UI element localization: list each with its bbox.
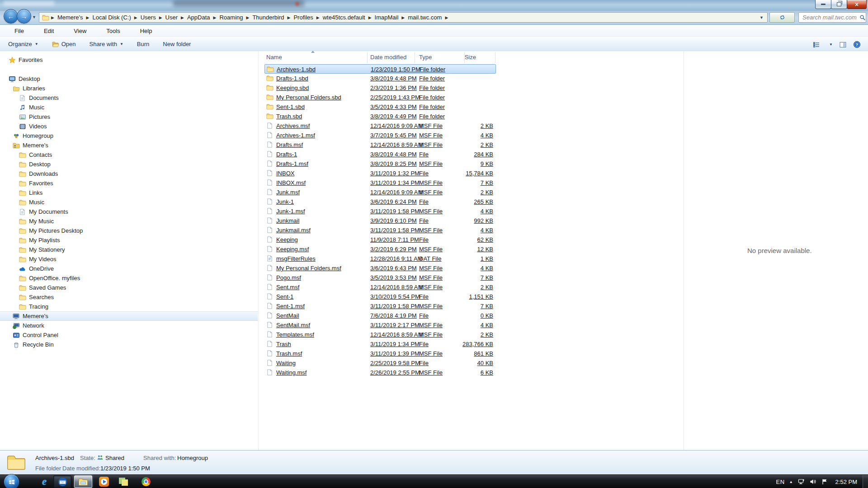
column-separator[interactable] xyxy=(415,52,415,63)
file-name[interactable]: Waiting.msf xyxy=(276,368,307,377)
sidebar-item-my-documents[interactable]: My Documents xyxy=(0,207,258,216)
file-row-waiting-msf[interactable]: Waiting.msf2/26/2019 2:55 PMMSF File6 KB xyxy=(264,368,496,377)
show-desktop-button[interactable] xyxy=(863,475,868,488)
file-row-junk-msf[interactable]: Junk.msf12/14/2016 9:09 AMMSF File2 KB xyxy=(264,188,496,197)
file-row-sent-msf[interactable]: Sent.msf12/14/2016 8:59 AMMSF File2 KB xyxy=(264,282,496,292)
sidebar-item-openoffice-myfiles[interactable]: OpenOffice. myfiles xyxy=(0,273,258,283)
sidebar-item-music[interactable]: Music xyxy=(0,103,258,112)
taskbar-sticky-notes-button[interactable] xyxy=(115,475,133,488)
file-row-sentmail-msf[interactable]: SentMail.msf3/11/2019 2:17 PMMSF File4 K… xyxy=(264,320,496,330)
column-separator[interactable] xyxy=(495,52,495,63)
column-header-size[interactable]: Size xyxy=(465,54,476,61)
file-row-sent-1[interactable]: Sent-13/10/2019 5:54 PMFile1,151 KB xyxy=(264,292,496,301)
file-row-inbox-msf[interactable]: INBOX.msf3/11/2019 1:34 PMMSF File7 KB xyxy=(264,178,496,188)
breadcrumb-item-local-disk-c[interactable]: Local Disk (C:) xyxy=(91,14,132,21)
action-center-flag-icon[interactable] xyxy=(821,478,828,485)
taskbar-media-player-button[interactable] xyxy=(95,475,113,488)
breadcrumb-item-profiles[interactable]: Profiles xyxy=(292,14,314,21)
sidebar-item-desktop[interactable]: Desktop xyxy=(0,160,258,169)
file-row-trash-msf[interactable]: Trash.msf3/11/2019 1:39 PMMSF File861 KB xyxy=(264,349,496,358)
file-row-pogo-msf[interactable]: Pogo.msf3/5/2019 3:53 PMMSF File7 KB xyxy=(264,273,496,282)
clock[interactable]: 2:52 PM xyxy=(835,479,857,485)
sidebar-item-libraries[interactable]: Libraries xyxy=(0,84,258,93)
address-dropdown-icon[interactable]: ▼ xyxy=(760,15,764,20)
file-name[interactable]: Sent.msf xyxy=(276,282,299,292)
file-name[interactable]: Keeping.sbd xyxy=(276,83,309,93)
file-name[interactable]: Templates.msf xyxy=(276,330,314,339)
file-name[interactable]: Junk.msf xyxy=(276,188,300,197)
breadcrumb-item-mail-twc-com[interactable]: mail.twc.com xyxy=(406,14,443,21)
sidebar-item-links[interactable]: Links xyxy=(0,188,258,197)
file-row-my-personal-folders-sbd[interactable]: My Personal Folders.sbd2/25/2019 1:43 PM… xyxy=(264,93,496,102)
taskbar-thunderbird-button[interactable] xyxy=(53,475,71,488)
file-row-drafts-1-msf[interactable]: Drafts-1.msf3/8/2019 8:25 PMMSF File9 KB xyxy=(264,159,496,169)
hidden-icons-button[interactable]: ▲ xyxy=(789,480,793,484)
menu-help[interactable]: Help xyxy=(130,28,162,34)
menu-view[interactable]: View xyxy=(64,28,96,34)
column-header-type[interactable]: Type xyxy=(419,54,432,61)
sidebar-item-favorites[interactable]: Favorites xyxy=(0,55,258,65)
file-row-keeping-msf[interactable]: Keeping.msf3/2/2019 6:29 PMMSF File12 KB xyxy=(264,244,496,254)
toolbar-open-button[interactable]: Open xyxy=(52,41,76,48)
file-name[interactable]: Junkmail.msf xyxy=(276,225,311,235)
toolbar-new-folder-button[interactable]: New folder xyxy=(163,41,191,47)
sidebar-item-saved-games[interactable]: Saved Games xyxy=(0,283,258,292)
breadcrumb-item-users[interactable]: Users xyxy=(139,14,157,21)
minimize-button[interactable] xyxy=(815,0,831,9)
sidebar-item-searches[interactable]: Searches xyxy=(0,292,258,302)
breadcrumb-item-memere-s[interactable]: Memere's xyxy=(56,14,85,21)
breadcrumb-separator-icon[interactable]: ▶ xyxy=(286,15,292,20)
file-name[interactable]: Keeping.msf xyxy=(276,244,309,254)
breadcrumb-separator-icon[interactable]: ▶ xyxy=(367,15,373,20)
sidebar-item-documents[interactable]: Documents xyxy=(0,93,258,103)
menu-file[interactable]: File xyxy=(5,28,34,34)
file-name[interactable]: Sent-1.msf xyxy=(276,301,305,311)
file-row-archives-1-sbd[interactable]: Archives-1.sbd1/23/2019 1:50 PMFile fold… xyxy=(264,64,496,74)
start-button[interactable] xyxy=(4,474,19,488)
change-view-dropdown-icon[interactable]: ▼ xyxy=(829,42,833,47)
close-button[interactable]: × xyxy=(847,0,867,9)
restore-button[interactable] xyxy=(831,0,847,9)
breadcrumb-separator-icon[interactable]: ▶ xyxy=(315,15,321,20)
file-row-keeping[interactable]: Keeping11/9/2018 7:11 PMFile62 KB xyxy=(264,235,496,244)
back-button[interactable]: ← xyxy=(4,9,18,23)
breadcrumb-item-thunderbird[interactable]: Thunderbird xyxy=(251,14,285,21)
file-name[interactable]: Junk-1.msf xyxy=(276,206,305,216)
help-button[interactable]: ? xyxy=(853,41,861,48)
file-name[interactable]: Drafts.msf xyxy=(276,140,303,150)
file-name[interactable]: My Personal Folders.msf xyxy=(276,263,341,273)
file-name[interactable]: Pogo.msf xyxy=(276,273,301,282)
breadcrumb-separator-icon[interactable]: ▶ xyxy=(443,15,450,20)
file-name[interactable]: Drafts-1.sbd xyxy=(276,74,308,83)
column-separator[interactable] xyxy=(367,52,368,63)
preview-pane-button[interactable] xyxy=(839,41,847,48)
refresh-button[interactable] xyxy=(769,12,795,23)
file-name[interactable]: Junk-1 xyxy=(276,197,294,206)
file-name[interactable]: Sent-1.sbd xyxy=(276,102,305,112)
sidebar-item-pictures[interactable]: Pictures xyxy=(0,112,258,122)
sidebar-item-videos[interactable]: Videos xyxy=(0,122,258,131)
sidebar-item-memere-s[interactable]: Memere's xyxy=(0,141,258,150)
file-name[interactable]: Archives-1.msf xyxy=(276,131,315,140)
file-row-junkmail[interactable]: Junkmail3/9/2019 6:10 PMFile992 KB xyxy=(264,216,496,225)
sidebar-item-my-playlists[interactable]: My Playlists xyxy=(0,235,258,245)
file-name[interactable]: Drafts-1.msf xyxy=(276,159,308,169)
breadcrumb-item-appdata[interactable]: AppData xyxy=(186,14,212,21)
file-row-junk-1-msf[interactable]: Junk-1.msf3/11/2019 1:58 PMMSF File4 KB xyxy=(264,206,496,216)
file-row-sent-1-sbd[interactable]: Sent-1.sbd3/5/2019 4:33 PMFile folder xyxy=(264,102,496,112)
sidebar-item-homegroup[interactable]: Homegroup xyxy=(0,131,258,141)
breadcrumb-separator-icon[interactable]: ▶ xyxy=(244,15,251,20)
sidebar-item-desktop[interactable]: Desktop xyxy=(0,74,258,84)
breadcrumb-item-wte45tcs-default[interactable]: wte45tcs.default xyxy=(321,14,367,21)
toolbar-share-with-button[interactable]: Share with▼ xyxy=(89,41,123,47)
file-name[interactable]: SentMail xyxy=(276,311,299,320)
file-row-trash[interactable]: Trash3/11/2019 1:34 PMFile283,766 KB xyxy=(264,339,496,349)
menu-edit[interactable]: Edit xyxy=(34,28,64,34)
file-name[interactable]: Trash.msf xyxy=(276,349,302,358)
file-name[interactable]: Waiting xyxy=(276,358,296,368)
column-header-date-modified[interactable]: Date modified xyxy=(370,54,406,61)
sidebar-item-recycle-bin[interactable]: Recycle Bin xyxy=(0,340,258,349)
taskbar-windows-explorer-button[interactable] xyxy=(74,475,92,488)
breadcrumb-separator-icon[interactable]: ▶ xyxy=(49,15,56,20)
file-row-junk-1[interactable]: Junk-13/6/2019 6:24 PMFile265 KB xyxy=(264,197,496,206)
